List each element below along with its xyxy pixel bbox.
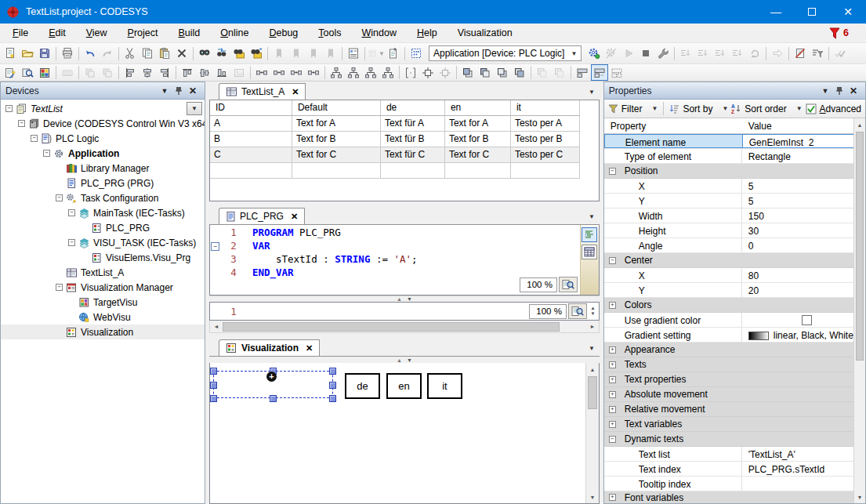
selection-handle[interactable]	[329, 382, 336, 389]
property-value[interactable]: Rectangle	[742, 149, 865, 163]
sort-by-button[interactable]: Sort by	[683, 103, 712, 114]
group-expander-icon[interactable]: +	[609, 302, 616, 309]
visualization-canvas[interactable]: + deenit ▲ ▼	[209, 363, 600, 504]
sort-order-button[interactable]: Sort order	[745, 103, 786, 114]
textlist-cell[interactable]: Text for C	[445, 147, 511, 163]
scroll-left-icon[interactable]: ◄	[210, 321, 223, 333]
advanced-checkbox[interactable]	[806, 103, 817, 114]
tree-expander-icon[interactable]: −	[18, 120, 25, 127]
property-row-x[interactable]: X80	[604, 268, 865, 283]
tree-item-visu-task-iec-tasks[interactable]: −VISU_TASK (IEC-Tasks)	[1, 235, 205, 250]
textlist-cell[interactable]: A	[210, 116, 292, 132]
property-column-header[interactable]: Property	[604, 118, 742, 133]
clear-bookmarks-button[interactable]	[322, 45, 339, 62]
editor-splitter[interactable]: ▲▼	[209, 296, 600, 302]
redo-button[interactable]	[99, 45, 116, 62]
align-left-button[interactable]	[121, 64, 139, 81]
code-line-3[interactable]: 3 sTextId : STRING := 'A';	[210, 253, 599, 267]
filter-dropdown-icon[interactable]: ▼	[651, 105, 658, 112]
textlist-cell[interactable]: C	[210, 147, 292, 163]
editor-horizontal-scrollbar[interactable]: ◄ ►	[209, 321, 600, 333]
display-mode-button[interactable]	[809, 45, 826, 62]
property-row-text-list[interactable]: Text list'TextList_A'	[604, 447, 865, 462]
editor-zoom-icon[interactable]	[559, 277, 578, 292]
tree-expander-icon[interactable]: −	[68, 239, 75, 246]
property-row-use-gradient-color[interactable]: Use gradient color	[604, 313, 865, 328]
close-button[interactable]: ✕	[830, 0, 866, 24]
show-next-statement-button[interactable]	[769, 45, 786, 62]
properties-close-icon[interactable]: ✕	[846, 85, 861, 97]
menu-online[interactable]: Online	[212, 25, 256, 41]
previous-bookmark-button[interactable]	[288, 45, 305, 62]
align-middle-button[interactable]	[196, 64, 213, 81]
menu-tools[interactable]: Tools	[310, 25, 349, 41]
property-row-x[interactable]: X5	[604, 179, 865, 194]
precompile-error-icon[interactable]	[828, 27, 841, 39]
scroll-right-icon[interactable]: ►	[586, 321, 599, 333]
tab-textlist-a[interactable]: TextList_A ✕	[219, 83, 306, 100]
canvas-vertical-scrollbar[interactable]: ▲ ▼	[585, 363, 599, 503]
decrease-horizontal-spacing-button[interactable]	[288, 64, 305, 81]
properties-button[interactable]	[345, 45, 362, 62]
devices-pin-icon[interactable]	[172, 85, 186, 97]
textlist-cell[interactable]	[292, 163, 381, 179]
textlist-cell[interactable]: Text für A	[381, 116, 445, 132]
hotkeys-configuration-button[interactable]	[19, 64, 36, 81]
textlist-cell[interactable]	[445, 163, 511, 179]
reset-warm-button[interactable]	[746, 45, 763, 62]
declaration-editor[interactable]: 1PROGRAM PLC_PRG−2VAR3 sTextId : STRING …	[209, 225, 600, 296]
textlist-column-id[interactable]: ID	[210, 100, 292, 116]
save-project-button[interactable]	[36, 45, 53, 62]
textlist-cell[interactable]: Testo per C	[511, 147, 580, 163]
property-value[interactable]: 5	[742, 179, 865, 193]
menu-view[interactable]: View	[78, 25, 115, 41]
visualization-styles-button[interactable]	[36, 64, 53, 81]
textlist-cell[interactable]: Text for C	[292, 147, 381, 163]
align-right-button[interactable]	[156, 64, 173, 81]
devices-view-dropdown[interactable]: ▼	[187, 102, 202, 115]
find-button[interactable]	[196, 45, 213, 62]
visu-button-en[interactable]: en	[386, 373, 422, 399]
find-in-project-button[interactable]	[230, 45, 248, 62]
tree-expander-icon[interactable]: −	[68, 209, 75, 216]
bring-to-front-button[interactable]	[459, 64, 476, 81]
group-expander-icon[interactable]: +	[609, 494, 616, 501]
group-expander-icon[interactable]: +	[609, 346, 616, 354]
align-top-button[interactable]	[179, 64, 196, 81]
menu-build[interactable]: Build	[171, 25, 208, 41]
tree-item-task-configuration[interactable]: −Task Configuration	[1, 190, 205, 205]
property-row-width[interactable]: Width150	[604, 208, 865, 223]
selection-handle[interactable]	[329, 395, 336, 402]
textlist-cell[interactable]: Text für B	[381, 132, 445, 147]
property-group-font-variables[interactable]: +Font variables	[604, 491, 865, 503]
tabular-view-button[interactable]	[582, 245, 597, 259]
export-doc-button[interactable]	[385, 45, 402, 62]
textual-view-button[interactable]	[582, 227, 597, 242]
use-gradient-checkbox[interactable]	[802, 315, 812, 325]
run-to-cursor-button[interactable]	[729, 45, 746, 62]
property-row-text-index[interactable]: Text indexPLC_PRG.sTextId	[604, 462, 865, 477]
textlist-tab-dropdown-icon[interactable]: ▼	[589, 89, 595, 96]
send-to-back-button[interactable]	[476, 64, 494, 81]
increase-vertical-spacing-button[interactable]	[345, 64, 362, 81]
property-group-text-properties[interactable]: +Text properties	[604, 372, 865, 387]
visualization-splitter[interactable]: ▲▼	[209, 357, 600, 363]
menu-debug[interactable]: Debug	[261, 25, 306, 41]
step-over-button[interactable]	[677, 45, 694, 62]
textlist-cell[interactable]: Text for A	[292, 116, 381, 132]
menu-help[interactable]: Help	[409, 25, 445, 41]
snap-off-button[interactable]	[437, 64, 454, 81]
devices-close-icon[interactable]: ✕	[186, 85, 200, 97]
group-expander-icon[interactable]: −	[609, 436, 616, 443]
tree-expander-icon[interactable]: −	[56, 284, 63, 291]
impl-zoom-level[interactable]: 100 %	[529, 304, 567, 319]
implementation-editor[interactable]: 1 100 % ▲▼	[209, 302, 600, 321]
increase-horizontal-spacing-button[interactable]	[270, 64, 288, 81]
group-expander-icon[interactable]: −	[609, 168, 616, 175]
step-into-button[interactable]	[694, 45, 712, 62]
menu-file[interactable]: File	[5, 25, 36, 41]
tree-expander-icon[interactable]: −	[5, 105, 13, 112]
property-row-y[interactable]: Y5	[604, 194, 865, 208]
textlist-column-de[interactable]: de	[381, 100, 445, 116]
group-expander-icon[interactable]: +	[609, 361, 616, 368]
